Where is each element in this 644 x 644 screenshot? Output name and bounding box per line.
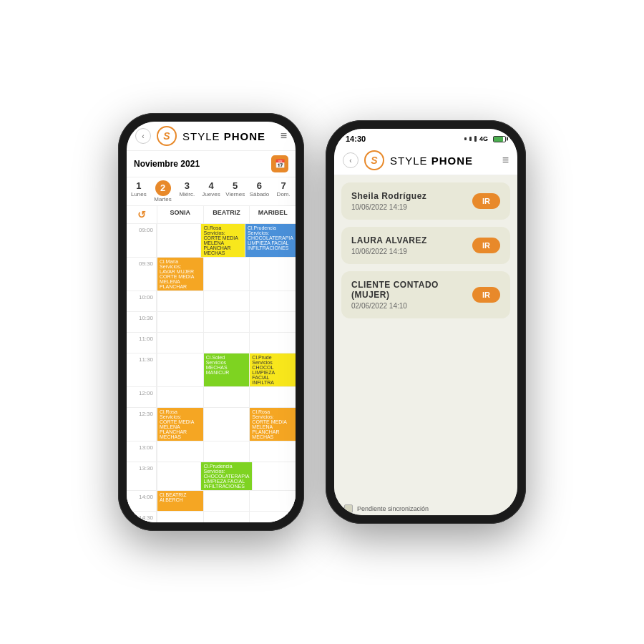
row-1030: 10:30 (127, 312, 296, 333)
cell-beatriz-1230[interactable] (203, 408, 250, 441)
client-card-1[interactable]: LAURA ALVAREZ 10/06/2022 14:19 IR (341, 227, 510, 264)
cell-beatriz-1100[interactable] (203, 333, 250, 353)
menu-icon-left[interactable]: ≡ (280, 130, 287, 142)
row-1130: 11:30 Cl.SoledServiciosMECHASMANICUR Cl.… (127, 353, 296, 387)
row-1330: 13:30 Cl.PrudenciaServicios:CHOCOLATERAP… (127, 462, 296, 491)
cell-beatriz-1430[interactable] (203, 512, 250, 522)
client-date-1: 10/06/2022 14:19 (351, 248, 427, 255)
client-info-1: LAURA ALVAREZ 10/06/2022 14:19 (351, 235, 427, 255)
app-title-left: STYLE PHONE (182, 130, 275, 142)
day-2-today[interactable]: 2Martes (151, 177, 175, 205)
cell-sonia-1330[interactable] (157, 462, 200, 490)
time-1430: 14:30 (127, 512, 157, 522)
title-light-right: STYLE (390, 155, 431, 167)
signal-bar-2 (469, 137, 472, 141)
battery-fill (494, 137, 503, 142)
list-screen: Sheila Rodríguez 10/06/2022 14:19 IR LAU… (334, 175, 517, 515)
day-3[interactable]: 3Miérc. (175, 177, 199, 205)
cell-sonia-1000[interactable] (157, 291, 203, 311)
cell-maribel-0900[interactable]: Cl.PrudenciaServicios:CHOCOLATERAPIALIMP… (245, 224, 296, 257)
cell-maribel-1200[interactable] (249, 387, 296, 407)
cell-beatriz-1000[interactable] (203, 291, 250, 311)
cell-sonia-0930[interactable]: Cl.MariaServicios:LAVAR MUJERCORTE MEDIA… (157, 258, 203, 291)
ir-btn-0[interactable]: IR (472, 193, 500, 209)
month-bar: Noviembre 2021 📅 (127, 151, 296, 177)
back-button-left[interactable]: ‹ (135, 128, 151, 144)
day-7[interactable]: 7Dom. (271, 177, 296, 205)
cell-maribel-1030[interactable] (249, 312, 296, 332)
client-info-0: Sheila Rodríguez 10/06/2022 14:19 (351, 191, 426, 211)
row-0930: 09:30 Cl.MariaServicios:LAVAR MUJERCORTE… (127, 258, 296, 291)
time-1200: 12:00 (127, 387, 157, 407)
cell-sonia-1030[interactable] (157, 312, 203, 332)
menu-icon-right[interactable]: ≡ (502, 154, 509, 167)
cell-beatriz-0900[interactable]: Cl.RosaServicios:CORTE MEDIAMELENAPLANCH… (200, 224, 244, 257)
phone-right-screen: 14:30 4G ‹ S STYLE PHONE ≡ (334, 129, 517, 515)
logo-left: S (157, 126, 177, 146)
day-4[interactable]: 4Jueves (199, 177, 223, 205)
phone-right: 14:30 4G ‹ S STYLE PHONE ≡ (326, 120, 526, 524)
time-1400: 14:00 (127, 491, 157, 511)
row-1000: 10:00 (127, 291, 296, 312)
title-bold-left: PHONE (224, 130, 265, 142)
ir-btn-1[interactable]: IR (472, 238, 500, 253)
client-list: Sheila Rodríguez 10/06/2022 14:19 IR LAU… (334, 175, 517, 499)
cell-sonia-0900[interactable] (157, 224, 200, 257)
time-1100: 11:00 (127, 333, 157, 353)
day-6[interactable]: 6Sábado (248, 177, 272, 205)
client-name-2: CLIENTE CONTADO (MUJER) (351, 280, 472, 300)
time-1300: 13:00 (127, 441, 157, 462)
day-strip: 1Lunes 2Martes 3Miérc. 4Jueves 5Viernes … (127, 177, 296, 206)
legend-area: Pendiente sincronización En proceso de m… (334, 499, 517, 515)
status-time: 14:30 (346, 135, 366, 143)
time-0900: 09:00 (127, 224, 157, 257)
lte-label: 4G (479, 135, 488, 142)
ir-btn-2[interactable]: IR (472, 287, 500, 303)
calendar-grid: 09:00 Cl.RosaServicios:CORTE MEDIAMELENA… (127, 224, 296, 522)
cell-maribel-1330[interactable] (252, 462, 296, 490)
back-button-right[interactable]: ‹ (343, 152, 358, 168)
cell-maribel-0930[interactable] (249, 258, 296, 291)
app-header-left: ‹ S STYLE PHONE ≡ (127, 122, 296, 151)
legend-sync: Pendiente sincronización (344, 504, 507, 513)
cell-sonia-1230[interactable]: Cl.RosaServicios:CORTE MEDIAMELENAPLANCH… (157, 408, 203, 441)
cell-beatriz-1400[interactable] (203, 491, 250, 511)
day-5[interactable]: 5Viernes (223, 177, 248, 205)
cell-beatriz-0930[interactable] (203, 258, 250, 291)
client-card-2[interactable]: CLIENTE CONTADO (MUJER) 02/06/2022 14:10… (341, 271, 510, 318)
col-beatriz: BEATRIZ (203, 206, 250, 223)
client-card-0[interactable]: Sheila Rodríguez 10/06/2022 14:19 IR (341, 182, 510, 220)
cell-beatriz-1130[interactable]: Cl.SoledServiciosMECHASMANICUR (203, 353, 250, 386)
cell-maribel-1230[interactable]: Cl.RosaServicios:CORTE MEDIAMELENAPLANCH… (249, 408, 296, 441)
logo-right: S (364, 150, 384, 170)
day-1[interactable]: 1Lunes (127, 177, 151, 205)
app-title-right: STYLE PHONE (390, 155, 497, 167)
cell-maribel-1300[interactable] (249, 441, 296, 462)
client-name-1: LAURA ALVAREZ (351, 235, 427, 245)
phone-left: ‹ S STYLE PHONE ≡ Noviembre 2021 📅 1Lune… (118, 113, 304, 531)
cell-maribel-1130[interactable]: Cl.PrudeServiciosCHOCOLLIMPIEZAFACIALINF… (249, 353, 296, 386)
cell-sonia-1130[interactable] (157, 353, 203, 386)
row-1430: 14:30 (127, 512, 296, 522)
cell-sonia-1300[interactable] (157, 441, 203, 462)
legend-sync-label: Pendiente sincronización (357, 505, 429, 512)
cell-sonia-1100[interactable] (157, 333, 203, 353)
col-maribel: MARIBEL (249, 206, 296, 223)
cell-sonia-1430[interactable] (157, 512, 203, 522)
cell-beatriz-1200[interactable] (203, 387, 250, 407)
cell-maribel-1000[interactable] (249, 291, 296, 311)
title-light-left: STYLE (182, 130, 224, 142)
cell-beatriz-1300[interactable] (203, 441, 250, 462)
cell-maribel-1430[interactable] (249, 512, 296, 522)
calendar-icon-btn[interactable]: 📅 (271, 155, 288, 172)
cell-sonia-1200[interactable] (157, 387, 203, 407)
cell-beatriz-1030[interactable] (203, 312, 250, 332)
cell-maribel-1100[interactable] (249, 333, 296, 353)
cell-beatriz-1330[interactable]: Cl.PrudenciaServicios:CHOCOLATERAPIALIMP… (200, 462, 251, 490)
client-date-2: 02/06/2022 14:10 (351, 302, 472, 310)
cell-sonia-1400[interactable]: Cl.BEATRIZAl.BERCH (157, 491, 203, 511)
cell-maribel-1400[interactable] (249, 491, 296, 511)
time-1230: 12:30 (127, 408, 157, 441)
row-0900: 09:00 Cl.RosaServicios:CORTE MEDIAMELENA… (127, 224, 296, 258)
refresh-icon[interactable]: ↺ (127, 206, 157, 223)
